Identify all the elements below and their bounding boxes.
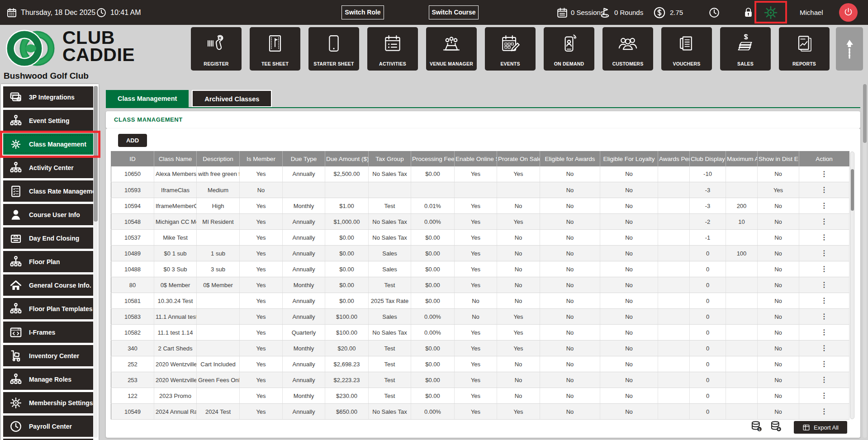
nav-tile-label: VENUE MANAGER xyxy=(426,61,477,66)
table-cell: $100.00 xyxy=(325,325,369,341)
sidebar-item-floor-plan[interactable]: Floor Plan xyxy=(3,251,93,272)
settings-gear-icon[interactable] xyxy=(763,5,778,20)
scroll-up-tile[interactable] xyxy=(836,27,863,71)
export-csv-icon[interactable]: $ xyxy=(750,420,763,432)
nav-tile-events[interactable]: EVENTS xyxy=(485,27,536,71)
column-header-tax-group[interactable]: Tax Group xyxy=(369,151,411,166)
column-header-is-member[interactable]: Is Member xyxy=(240,151,283,166)
column-header-processing-fee[interactable]: Processing Fee xyxy=(411,151,455,166)
person-icon xyxy=(9,208,23,222)
row-actions-button[interactable]: ⋮ xyxy=(821,250,828,257)
page-scrollbar[interactable] xyxy=(863,84,867,438)
table-cell: Yes xyxy=(455,166,497,182)
table-cell-action: ⋮ xyxy=(799,356,849,372)
sidebar-item-activity-center[interactable]: Activity Center xyxy=(3,157,93,178)
column-header-eligible-for-loyalty[interactable]: Eligible For Loyalty xyxy=(600,151,658,166)
column-header-action[interactable]: Action xyxy=(799,151,849,166)
row-actions-button[interactable]: ⋮ xyxy=(821,313,828,320)
column-header-enable-online-sal[interactable]: Enable Online Sal xyxy=(455,151,497,166)
sidebar-item-inventory-center[interactable]: Inventory Center xyxy=(3,345,93,366)
nav-tile-label: REPORTS xyxy=(779,61,830,66)
nav-tile-on-demand[interactable]: ON DEMAND xyxy=(544,27,594,71)
nav-tile-starter-sheet[interactable]: STARTER SHEET xyxy=(308,27,359,71)
lock-icon[interactable] xyxy=(743,7,754,18)
table-cell: 10594 xyxy=(111,198,154,214)
table-cell: 10593 xyxy=(111,182,154,198)
time-clock-icon[interactable] xyxy=(708,7,720,19)
column-header-show-in-dist-e[interactable]: Show in Dist E xyxy=(758,151,799,166)
row-actions-button[interactable]: ⋮ xyxy=(821,329,828,336)
table-cell xyxy=(455,182,497,198)
table-cell: 0 xyxy=(690,372,726,388)
sidebar-item-payroll-center[interactable]: Payroll Center xyxy=(3,416,93,437)
row-actions-button[interactable]: ⋮ xyxy=(821,281,828,289)
row-actions-button[interactable]: ⋮ xyxy=(821,218,828,225)
logout-power-button[interactable] xyxy=(839,3,858,22)
sidebar-item-i-frames[interactable]: I-Frames xyxy=(3,322,93,343)
row-actions-button[interactable]: ⋮ xyxy=(821,170,828,178)
row-actions-button[interactable]: ⋮ xyxy=(821,234,828,241)
sidebar-item-event-setting[interactable]: Event Setting xyxy=(3,110,93,131)
column-header-maximum-assi[interactable]: Maximum Assi xyxy=(726,151,758,166)
logo-text: CLUB CADDIE xyxy=(62,29,135,63)
table-cell: No xyxy=(758,246,799,261)
column-header-class-name[interactable]: Class Name xyxy=(154,151,197,166)
nav-tile-register[interactable]: REGISTER xyxy=(191,27,242,71)
row-actions-button[interactable]: ⋮ xyxy=(821,186,828,194)
column-header-awards-percen[interactable]: Awards Percen xyxy=(658,151,690,166)
table-row: 800$ Member0$ MemberYesMonthly$0.00Test$… xyxy=(111,277,849,293)
tab-class-management[interactable]: Class Management xyxy=(106,90,189,107)
club-caddie-app: Thursday, 18 Dec 2025 10:41 AM Switch Ro… xyxy=(0,0,868,440)
sidebar-item-class-management[interactable]: Class Management xyxy=(3,133,93,155)
column-header-prorate-on-sale[interactable]: Prorate On Sale xyxy=(497,151,540,166)
column-header-due-type[interactable]: Due Type xyxy=(283,151,325,166)
switch-role-button[interactable]: Switch Role xyxy=(342,5,384,19)
sidebar-item-day-end-closing[interactable]: Day End Closing xyxy=(3,227,93,249)
nav-tile-reports[interactable]: REPORTS xyxy=(779,27,830,71)
table-cell: Yes xyxy=(455,356,497,372)
nav-tile-venue-manager[interactable]: VENUE MANAGER xyxy=(426,27,477,71)
sidebar-item-course-user-info[interactable]: Course User Info xyxy=(3,204,93,225)
export-all-button[interactable]: Export All xyxy=(794,421,847,434)
export-row: $ Export All xyxy=(106,419,860,438)
row-actions-button[interactable]: ⋮ xyxy=(821,202,828,209)
table-cell: No xyxy=(497,261,540,277)
nav-tile-customers[interactable]: CUSTOMERS xyxy=(602,27,653,71)
tab-archived-classes[interactable]: Archived Classes xyxy=(192,90,272,107)
column-header-description[interactable]: Description xyxy=(197,151,240,166)
nav-tile-activities[interactable]: ACTIVITIES xyxy=(367,27,418,71)
nav-tile-sales[interactable]: SALES xyxy=(720,27,771,71)
table-cell: No xyxy=(758,309,799,325)
row-actions-button[interactable]: ⋮ xyxy=(821,360,828,368)
row-actions-button[interactable]: ⋮ xyxy=(821,297,828,304)
row-actions-button[interactable]: ⋮ xyxy=(821,345,828,352)
export-excel-icon[interactable] xyxy=(770,420,782,432)
sidebar-item-floor-plan-templates[interactable]: Floor Plan Templates xyxy=(3,298,93,319)
table-cell: Yes xyxy=(455,246,497,261)
sidebar-item-membership-settings[interactable]: Membership Settings xyxy=(3,392,93,413)
column-header-club-display-s[interactable]: Club Display S xyxy=(690,151,726,166)
nav-tile-vouchers[interactable]: VOUCHERS xyxy=(661,27,712,71)
table-cell: No xyxy=(600,277,658,293)
switch-course-button[interactable]: Switch Course xyxy=(429,5,479,19)
table-cell: Yes xyxy=(497,404,540,420)
column-header-eligible-for-awards[interactable]: Eligible for Awards xyxy=(540,151,600,166)
row-actions-button[interactable]: ⋮ xyxy=(821,392,828,399)
sidebar-scrollbar[interactable] xyxy=(94,86,98,438)
sidebar-item-general-course-info[interactable]: General Course Info. xyxy=(3,274,93,296)
row-actions-button[interactable]: ⋮ xyxy=(821,408,828,415)
sidebar-item-class-rate-management[interactable]: Class Rate Management xyxy=(3,180,93,202)
sidebar-item-manage-roles[interactable]: Manage Roles xyxy=(3,369,93,390)
table-cell: No xyxy=(540,309,600,325)
row-actions-button[interactable]: ⋮ xyxy=(821,265,828,273)
table-body: 10650Alexa Membershiwith free green feYe… xyxy=(111,166,849,420)
nav-tile-tee-sheet[interactable]: TEE SHEET xyxy=(250,27,300,71)
sidebar-item-3p-integrations[interactable]: 3P Integrations xyxy=(3,86,93,108)
table-scrollbar[interactable] xyxy=(850,151,854,419)
column-header-due-amount[interactable]: Due Amount ($) xyxy=(325,151,369,166)
add-class-button[interactable]: ADD xyxy=(118,134,147,147)
tee-sheet-icon xyxy=(264,33,286,54)
row-actions-button[interactable]: ⋮ xyxy=(821,376,828,383)
column-header-id[interactable]: ID xyxy=(111,151,154,166)
table-cell: No xyxy=(455,309,497,325)
